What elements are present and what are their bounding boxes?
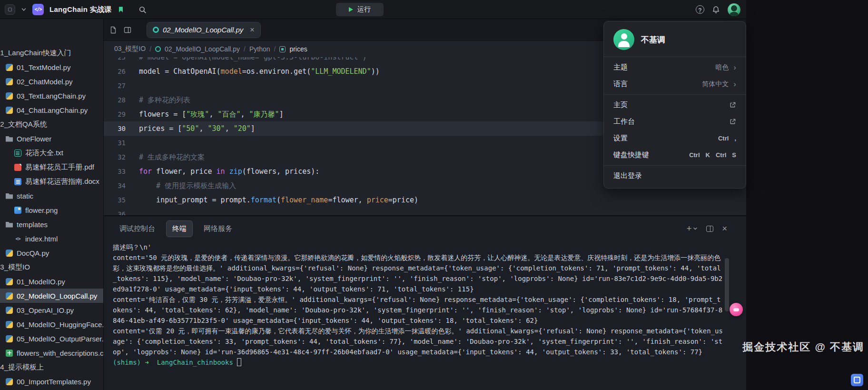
file-tree-item[interactable]: 00_ImportTemplates.py	[0, 374, 103, 389]
menu-item-workspace[interactable]: 工作台	[604, 113, 746, 130]
terminal-tab-debug-console[interactable]: 调试控制台	[113, 220, 161, 237]
chevron-down-icon[interactable]	[21, 7, 27, 12]
code-token: zip	[229, 167, 242, 176]
chevron-right-icon: ›	[733, 80, 736, 88]
code-token	[225, 167, 229, 176]
terminal-output-area[interactable]: 描述吗？\n'content='50 元的玫瑰，是爱的使者，传递着深情与浪漫。它…	[104, 241, 746, 390]
menu-divider	[604, 57, 746, 57]
file-name: index.html	[25, 235, 58, 243]
file-name: flowers_with_descriptions.csv	[17, 349, 103, 357]
code-token: ,	[241, 110, 249, 119]
split-panel-icon[interactable]	[706, 226, 713, 232]
file-tree-item[interactable]: 易速鲜花员工手册.pdf	[0, 160, 103, 174]
bookmark-icon[interactable]	[118, 6, 124, 13]
breadcrumb-symbol[interactable]: prices	[289, 45, 307, 53]
code-token: price	[367, 196, 388, 204]
menu-divider	[604, 94, 746, 95]
corner-widget-icon[interactable]	[851, 374, 863, 386]
close-panel-icon[interactable]	[722, 224, 727, 233]
python-icon	[6, 321, 13, 328]
menu-item-meta: 暗色›	[715, 63, 736, 72]
file-tree-item[interactable]: 01_ModelIO.py	[0, 274, 103, 289]
python-icon	[6, 78, 13, 85]
run-button[interactable]: 运行	[336, 3, 384, 16]
file-tree-item[interactable]: 01_TextModel.py	[0, 60, 103, 74]
file-tree-item[interactable]: 01_LangChain快速入门	[0, 46, 103, 60]
menu-item-language[interactable]: 语言简体中文›	[604, 76, 746, 92]
assistant-button[interactable]	[730, 303, 743, 316]
file-tree-item[interactable]: 04_ModelIO_HuggingFace.py	[0, 317, 103, 331]
menu-item-home[interactable]: 主页	[604, 97, 746, 113]
menu-item-settings[interactable]: 设置Ctrl,	[604, 130, 746, 147]
python-icon	[6, 378, 13, 385]
shortcut-key: K	[706, 151, 710, 159]
file-tree-item[interactable]: OneFlower	[0, 131, 103, 146]
breadcrumb-folder[interactable]: 03_模型IO	[114, 45, 146, 53]
terminal-tab-network-service[interactable]: 网络服务	[197, 220, 238, 237]
menu-item-theme[interactable]: 主题暗色›	[604, 59, 746, 76]
topbar-right-group	[696, 0, 740, 19]
file-tree-item[interactable]: <>index.html	[0, 231, 103, 246]
line-number: 25	[104, 57, 126, 64]
file-tree-item[interactable]: 05_ModelIO_OutputParser.py	[0, 331, 103, 346]
menu-item-label: 退出登录	[613, 171, 642, 180]
python-file-icon	[155, 46, 161, 52]
code-token: =	[212, 196, 221, 204]
terminal-output: 描述吗？\n'content='50 元的玫瑰，是爱的使者，传递着深情与浪漫。它…	[113, 242, 723, 368]
file-tree-item[interactable]: 04_ChatLangChain.py	[0, 103, 103, 117]
breadcrumb-file[interactable]: 02_ModelIO_LoopCall.py	[165, 45, 240, 53]
split-editor-icon[interactable]	[124, 26, 131, 34]
close-tab-icon[interactable]	[250, 26, 254, 34]
app-logo[interactable]	[5, 4, 15, 15]
terminal-prompt: (shims) ➜ LangChain_chinbooks	[113, 357, 723, 368]
new-file-icon[interactable]	[109, 26, 117, 34]
file-tree-item[interactable]: 02_ChatModel.py	[0, 74, 103, 89]
file-tree-item[interactable]: static	[0, 189, 103, 203]
code-line[interactable]: 35 input_prompt = prompt.format(flower_n…	[104, 193, 746, 207]
prompt-venv-label: (shims)	[113, 359, 145, 366]
file-tree-item[interactable]: 02_ModelIO_LoopCall.py	[0, 289, 103, 303]
file-tree-item[interactable]: 03_TextLangChain.py	[0, 89, 103, 103]
add-terminal-icon[interactable]	[686, 223, 698, 234]
file-name: 04_ModelIO_HuggingFace.py	[17, 320, 103, 329]
menu-divider	[604, 165, 746, 166]
user-avatar-large	[613, 29, 634, 50]
file-name: 03_OpenAI_IO.py	[17, 306, 74, 314]
notifications-bell-icon[interactable]	[712, 6, 720, 14]
file-tree-item[interactable]: DocQA.py	[0, 246, 103, 260]
line-number: 26	[104, 64, 126, 79]
file-tree-item[interactable]: flower.png	[0, 203, 103, 217]
menu-item-meta: 简体中文›	[702, 80, 736, 89]
editor-tab[interactable]: 02_ModelIO_LoopCall.py	[147, 22, 261, 38]
file-tree-item[interactable]: templates	[0, 217, 103, 231]
scrollbar-thumb[interactable]	[725, 258, 729, 311]
code-token: "LLM_MODELEND"	[311, 67, 371, 76]
search-icon[interactable]	[138, 6, 147, 14]
code-line[interactable]: 36	[104, 207, 746, 215]
file-tree-item[interactable]: flowers_with_descriptions.csv	[0, 346, 103, 360]
terminal-cursor	[237, 358, 241, 366]
menu-item-keyboard-shortcuts[interactable]: 键盘快捷键CtrlKCtrlS	[604, 147, 746, 163]
help-icon[interactable]	[696, 5, 704, 14]
code-token: in	[217, 167, 225, 176]
code-token: input_prompt	[139, 196, 212, 204]
file-tree-item[interactable]: 03_模型IO	[0, 260, 103, 274]
file-tree-item[interactable]: 03_OpenAI_IO.py	[0, 303, 103, 317]
line-number: 31	[104, 136, 126, 150]
menu-item-logout[interactable]: 退出登录	[604, 168, 746, 184]
project-title: LangChain 实战课	[49, 5, 112, 14]
code-token: model	[139, 67, 165, 76]
menu-list: 主题暗色›语言简体中文›主页工作台设置Ctrl,键盘快捷键CtrlKCtrlS退…	[604, 59, 746, 184]
menu-item-meta: CtrlKCtrlS	[685, 151, 736, 159]
file-tree-item[interactable]: 04_提示模板上	[0, 360, 103, 374]
terminal-tab-terminal[interactable]: 终端	[166, 220, 193, 237]
user-avatar[interactable]	[728, 3, 740, 16]
file-tree-item[interactable]: 02_文档QA系统	[0, 117, 103, 131]
file-tree-item[interactable]: 易速鲜花运营指南.docx	[0, 174, 103, 189]
breadcrumb-language[interactable]: Python	[249, 45, 270, 53]
menu-item-label: 主题	[613, 63, 628, 72]
user-menu: 不基调 主题暗色›语言简体中文›主页工作台设置Ctrl,键盘快捷键CtrlKCt…	[603, 21, 746, 189]
code-text: input_prompt = prompt.format(flower_name…	[126, 193, 746, 207]
file-tree-item[interactable]: 花语大全.txt	[0, 146, 103, 160]
project-icon	[32, 4, 44, 15]
